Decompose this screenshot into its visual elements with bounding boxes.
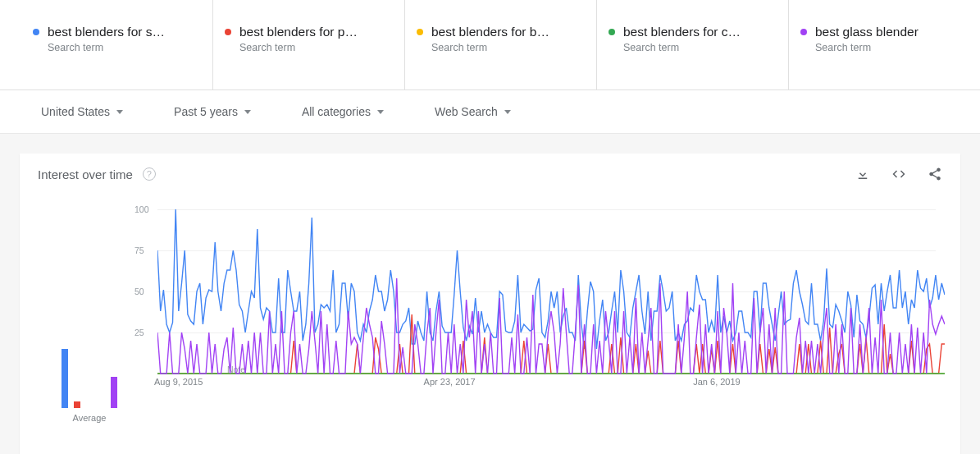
term-label: best blenders for c… [623,25,741,39]
download-icon[interactable] [855,167,870,181]
series-line [157,209,945,349]
x-tick: Jan 6, 2019 [693,377,741,387]
term-label: best blenders for s… [48,25,165,39]
average-block: Average [44,203,134,423]
region-filter[interactable]: United States [41,105,123,118]
term-subtitle: Search term [815,42,969,53]
card-title: Interest over time [38,167,133,181]
chevron-down-icon [377,110,384,114]
term-cell-0[interactable]: best blenders for s…Search term [21,0,213,89]
chevron-down-icon [504,110,511,114]
color-dot-icon [417,29,423,35]
term-subtitle: Search term [623,42,777,53]
code-icon[interactable] [891,167,906,181]
term-subtitle: Search term [431,42,585,53]
x-tick: Apr 23, 2017 [424,377,476,387]
category-filter[interactable]: All categories [302,105,384,118]
interest-over-time-card: Interest over time ? Average 255075100Au… [20,154,960,454]
search-type-label: Web Search [435,105,498,118]
average-label: Average [73,413,107,423]
term-cell-1[interactable]: best blenders for p…Search term [213,0,405,89]
timeframe-label: Past 5 years [174,105,238,118]
y-tick: 50 [134,287,144,296]
term-label: best blenders for b… [431,25,549,39]
color-dot-icon [800,29,807,35]
term-cell-3[interactable]: best blenders for c…Search term [597,0,789,89]
region-label: United States [41,105,110,118]
term-cell-4[interactable]: best glass blenderSearch term [789,0,980,89]
y-tick: 25 [134,328,144,337]
term-label: best glass blender [815,25,918,39]
color-dot-icon [609,29,615,35]
share-icon[interactable] [928,167,942,181]
help-icon[interactable]: ? [143,167,156,181]
chevron-down-icon [116,110,123,114]
filters-row: United States Past 5 years All categorie… [0,90,980,134]
term-label: best blenders for p… [239,25,358,39]
line-chart[interactable]: 255075100Aug 9, 2015Apr 23, 2017Jan 6, 2… [134,209,936,423]
color-dot-icon [225,29,231,35]
search-terms-row: best blenders for s…Search termbest blen… [0,0,980,90]
term-cell-2[interactable]: best blenders for b…Search term [405,0,597,89]
card-actions [855,167,942,181]
chart-area: Average 255075100Aug 9, 2015Apr 23, 2017… [20,195,960,454]
avg-bar-0 [62,349,68,408]
category-label: All categories [302,105,371,118]
term-subtitle: Search term [239,42,393,53]
y-tick: 75 [134,245,144,255]
avg-bar-4 [111,377,117,408]
y-tick: 100 [134,204,149,214]
card-header: Interest over time ? [20,154,960,195]
color-dot-icon [33,29,39,35]
x-tick: Aug 9, 2015 [154,377,203,387]
chevron-down-icon [244,110,251,114]
timeframe-filter[interactable]: Past 5 years [174,105,251,118]
chart-lines [157,209,945,375]
search-type-filter[interactable]: Web Search [435,105,511,118]
avg-bar-1 [74,401,80,408]
term-subtitle: Search term [48,42,201,53]
